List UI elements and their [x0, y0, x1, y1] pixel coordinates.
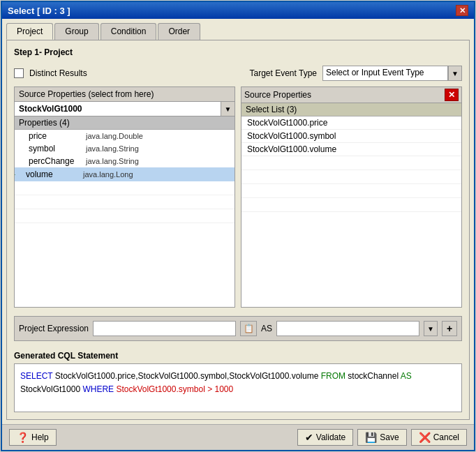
help-icon: ❓ — [17, 432, 29, 443]
empty-row — [15, 209, 235, 223]
chevron-down-icon: ▼ — [452, 70, 459, 77]
validate-icon: ✔ — [305, 432, 313, 443]
left-properties-panel: Source Properties (select from here) Sto… — [14, 86, 235, 308]
table-row[interactable]: percChange java.lang.String — [15, 155, 235, 167]
validate-button[interactable]: ✔ Validate — [297, 429, 353, 446]
table-row[interactable]: price java.lang.Double — [15, 130, 235, 142]
cancel-icon: ❌ — [419, 432, 431, 443]
tab-condition[interactable]: Condition — [101, 23, 157, 40]
prop-type-volume: java.lang.Long — [83, 170, 133, 179]
select-list-header: Select List (3) — [241, 103, 461, 116]
tab-bar: Project Group Condition Order — [6, 23, 470, 40]
cql-box: SELECT StockVolGt1000.price,StockVolGt10… — [14, 363, 462, 412]
remove-property-button[interactable]: ✕ — [445, 89, 459, 101]
save-icon: 💾 — [365, 432, 377, 443]
project-expression-row: Project Expression 📋 AS ▼ + — [14, 316, 462, 341]
properties-area: Source Properties (select from here) Sto… — [14, 86, 462, 308]
target-event-type-input[interactable]: Select or Input Event Type — [322, 66, 448, 81]
save-button[interactable]: 💾 Save — [357, 429, 406, 446]
options-row: Distinct Results Target Event Type Selec… — [14, 66, 462, 81]
table-row[interactable]: symbol java.lang.String — [15, 142, 235, 155]
prop-type-price: java.lang.Double — [86, 132, 143, 140]
prop-name-price: price — [29, 131, 77, 141]
selected-arrow-icon: ➤ — [15, 169, 16, 180]
cql-fields: StockVolGt1000.price,StockVolGt1000.symb… — [52, 371, 320, 381]
footer: ❓ Help ✔ Validate 💾 Save ❌ Cancel — [2, 424, 474, 450]
tab-order[interactable]: Order — [158, 23, 200, 40]
cql-alias: StockVolGt1000 — [20, 384, 82, 394]
project-expression-input[interactable] — [93, 321, 236, 336]
prop-type-percchange: java.lang.String — [86, 157, 139, 165]
target-event-type-label: Target Event Type — [249, 68, 317, 78]
tab-group[interactable]: Group — [54, 23, 98, 40]
cql-section: Generated CQL Statement SELECT StockVolG… — [14, 351, 462, 412]
as-dropdown-btn[interactable]: ▼ — [424, 321, 438, 336]
chevron-down-icon: ▼ — [225, 105, 232, 113]
empty-row — [15, 195, 235, 209]
prop-name-percchange: percChange — [29, 156, 77, 166]
save-label: Save — [380, 432, 399, 442]
source-dropdown-value[interactable]: StockVolGt1000 — [15, 102, 221, 116]
as-label: AS — [261, 324, 272, 333]
help-button[interactable]: ❓ Help — [9, 429, 57, 446]
main-content: Project Group Condition Order Step 1- Pr… — [2, 19, 474, 424]
cql-from-keyword: FROM — [321, 371, 345, 381]
table-row[interactable]: ➤ volume java.lang.Long — [15, 167, 235, 181]
prop-type-symbol: java.lang.String — [86, 144, 139, 153]
window-title: Select [ ID : 3 ] — [8, 6, 70, 16]
right-panel-label: Source Properties — [244, 90, 311, 100]
list-item[interactable]: StockVolGt1000.price — [241, 116, 461, 130]
properties-list-header: Properties (4) — [15, 116, 235, 130]
footer-left: ❓ Help — [9, 429, 57, 446]
distinct-results-checkbox[interactable] — [14, 68, 24, 78]
list-item[interactable]: StockVolGt1000.symbol — [241, 130, 461, 143]
cancel-button[interactable]: ❌ Cancel — [411, 429, 467, 446]
cql-where-keyword: WHERE — [82, 384, 114, 394]
target-event-type-dropdown-btn[interactable]: ▼ — [448, 66, 462, 81]
cql-select-keyword: SELECT — [20, 371, 52, 381]
empty-row — [241, 198, 461, 212]
title-bar: Select [ ID : 3 ] ✕ — [2, 2, 474, 19]
table-icon: 📋 — [244, 324, 254, 333]
step-title: Step 1- Project — [14, 47, 462, 57]
cancel-label: Cancel — [433, 432, 459, 442]
property-list: price java.lang.Double symbol java.lang.… — [15, 130, 235, 307]
validate-label: Validate — [316, 432, 345, 442]
empty-row — [241, 156, 461, 170]
empty-row — [15, 181, 235, 195]
source-dropdown-row: StockVolGt1000 ▼ — [15, 102, 235, 116]
list-item[interactable]: StockVolGt1000.volume — [241, 143, 461, 156]
left-panel-header: Source Properties (select from here) — [15, 87, 235, 102]
cql-condition: StockVolGt1000.symbol > 1000 — [114, 384, 233, 394]
main-window: Select [ ID : 3 ] ✕ Project Group Condit… — [1, 1, 475, 451]
right-properties-panel: Source Properties ✕ Select List (3) Stoc… — [241, 86, 462, 308]
expression-builder-button[interactable]: 📋 — [240, 321, 257, 336]
as-input[interactable] — [276, 321, 419, 336]
target-event-type-value: Select or Input Event Type — [326, 68, 424, 77]
cql-title: Generated CQL Statement — [14, 351, 462, 361]
close-window-button[interactable]: ✕ — [456, 5, 468, 16]
select-list: Select List (3) StockVolGt1000.price Sto… — [241, 103, 461, 307]
add-expression-button[interactable]: + — [442, 321, 457, 336]
chevron-down-icon: ▼ — [427, 325, 434, 333]
tab-project[interactable]: Project — [6, 23, 53, 40]
project-expression-label: Project Expression — [19, 324, 89, 333]
help-label: Help — [31, 432, 49, 442]
distinct-results-label: Distinct Results — [29, 68, 87, 78]
footer-right: ✔ Validate 💾 Save ❌ Cancel — [297, 429, 467, 446]
cql-channel: stockChannel — [345, 371, 401, 381]
prop-name-symbol: symbol — [29, 144, 77, 153]
prop-name-volume: volume — [26, 170, 75, 179]
main-panel: Step 1- Project Distinct Results Target … — [6, 40, 470, 420]
empty-row — [241, 184, 461, 198]
empty-row — [241, 170, 461, 184]
cql-as-keyword: AS — [401, 371, 412, 381]
source-dropdown-btn[interactable]: ▼ — [221, 102, 235, 116]
right-panel-header: Source Properties ✕ — [241, 87, 461, 103]
